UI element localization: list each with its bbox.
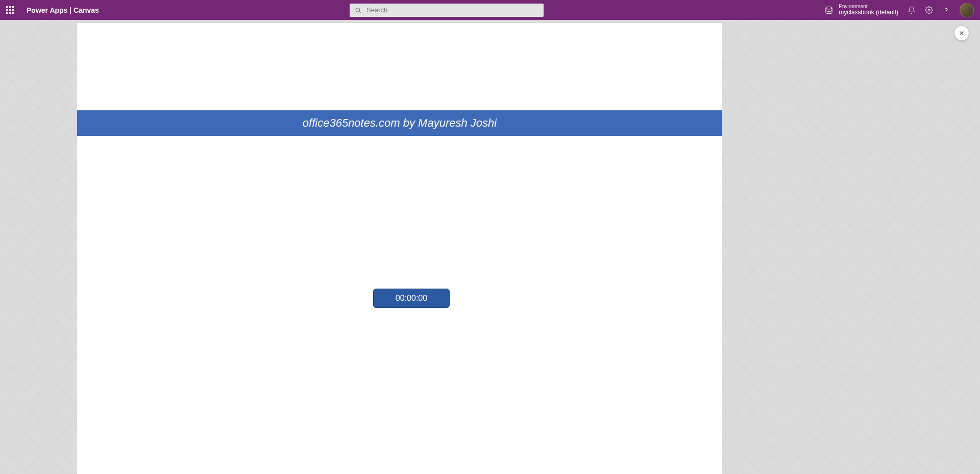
main-area: office365notes.com by Mayuresh Joshi 00:…: [0, 20, 980, 474]
search-input[interactable]: [366, 6, 538, 14]
svg-point-2: [826, 7, 832, 9]
app-title: Power Apps | Canvas: [27, 6, 99, 14]
svg-point-4: [943, 7, 949, 13]
waffle-icon[interactable]: [6, 6, 14, 14]
user-avatar[interactable]: [960, 3, 974, 17]
search-box[interactable]: [350, 4, 544, 17]
search-container: [350, 4, 544, 17]
settings-icon[interactable]: [925, 6, 933, 14]
environment-label: Environment: [839, 4, 898, 9]
app-canvas: office365notes.com by Mayuresh Joshi 00:…: [77, 23, 722, 474]
environment-text: Environment myclassbook (default): [839, 4, 898, 16]
environment-selector[interactable]: Environment myclassbook (default): [824, 4, 898, 16]
help-icon[interactable]: [942, 6, 950, 14]
header-right: Environment myclassbook (default): [824, 3, 974, 17]
svg-point-0: [356, 8, 360, 12]
close-icon: [958, 30, 965, 37]
app-header: Power Apps | Canvas Environment myclassb…: [0, 0, 980, 20]
close-button[interactable]: [954, 26, 969, 40]
environment-value: myclassbook (default): [839, 9, 898, 16]
banner: office365notes.com by Mayuresh Joshi: [77, 110, 722, 136]
banner-text: office365notes.com by Mayuresh Joshi: [303, 116, 497, 130]
notification-icon[interactable]: [908, 6, 916, 14]
search-icon: [355, 7, 361, 14]
svg-line-1: [359, 11, 360, 12]
environment-icon: [824, 6, 834, 15]
svg-point-3: [928, 9, 930, 11]
timer-value: 00:00:00: [396, 294, 427, 303]
timer-button[interactable]: 00:00:00: [373, 289, 450, 308]
